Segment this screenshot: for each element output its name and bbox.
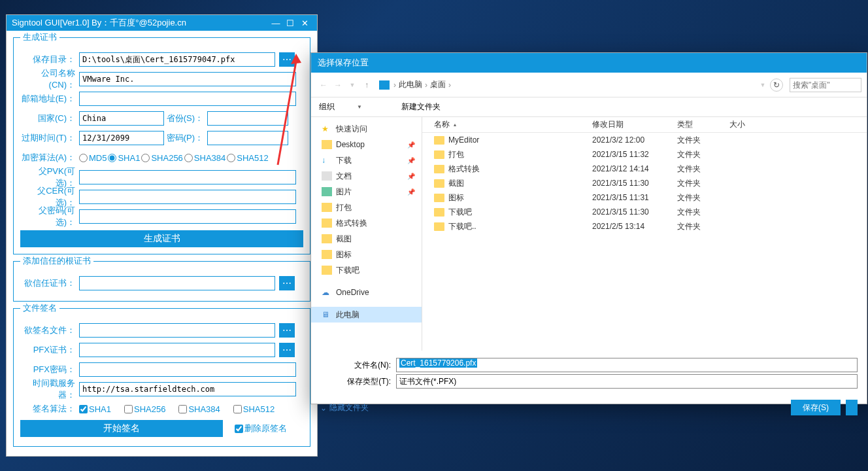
pfx-password-input[interactable]	[79, 362, 296, 377]
pfx-cert-input[interactable]	[79, 343, 275, 357]
country-input[interactable]	[79, 111, 164, 126]
filename-input[interactable]: Cert_1615779206.pfx	[396, 358, 858, 372]
document-icon	[322, 171, 332, 181]
company-label: 公司名称(CN)：	[20, 67, 75, 91]
generate-cert-button[interactable]: 生成证书	[20, 230, 303, 247]
filetype-select[interactable]: 证书文件(*.PFX)	[396, 374, 858, 389]
breadcrumb-desktop[interactable]: 桌面	[430, 79, 446, 90]
nav-item[interactable]: ↓下载📌	[311, 152, 422, 168]
folder-icon	[322, 250, 332, 259]
trust-cert-label: 欲信任证书：	[20, 277, 75, 289]
nav-up-button[interactable]: ↑	[359, 80, 374, 90]
sign-file-browse-button[interactable]: ⋯	[279, 323, 295, 338]
radio-md5[interactable]: MD5	[79, 153, 107, 163]
list-item[interactable]: 打包2021/3/15 11:32文件夹	[422, 147, 867, 162]
new-folder-button[interactable]: 新建文件夹	[401, 101, 441, 113]
radio-sha384[interactable]: SHA384	[184, 153, 225, 163]
nav-item[interactable]: 图标	[311, 247, 422, 262]
hide-folders-link[interactable]: 隐藏文件夹	[320, 402, 369, 413]
chk-delete-original[interactable]: 删除原签名	[235, 423, 287, 434]
save-dir-input[interactable]	[79, 52, 275, 67]
nav-item[interactable]: 格式转换	[311, 215, 422, 231]
file-list: 名称▴ 修改日期 类型 大小 MyEditor2021/3/2 12:00文件夹…	[422, 117, 867, 351]
sign-title: 文件签名	[20, 302, 59, 314]
list-item[interactable]: 格式转换2021/3/12 14:14文件夹	[422, 162, 867, 176]
col-name[interactable]: 名称▴	[422, 119, 592, 130]
save-button[interactable]: 保存(S)	[791, 400, 841, 415]
close-button[interactable]: ✕	[297, 18, 312, 28]
province-input[interactable]	[207, 111, 288, 126]
folder-icon	[434, 150, 444, 159]
cer-input[interactable]	[79, 190, 296, 204]
dropdown-icon[interactable]: ▼	[756, 82, 770, 88]
chk-sha1[interactable]: SHA1	[79, 404, 111, 414]
star-icon: ★	[322, 124, 332, 133]
filename-label: 文件名(N):	[320, 360, 391, 371]
nav-forward-button[interactable]: →	[331, 80, 345, 90]
list-item[interactable]: 下载吧..2021/2/5 13:14文件夹	[422, 219, 867, 234]
radio-sha1[interactable]: SHA1	[108, 153, 140, 163]
pfx-password-label: PFX密码：	[20, 364, 75, 375]
chk-sha256[interactable]: SHA256	[124, 404, 165, 414]
generate-title: 生成证书	[20, 31, 59, 43]
province-label: 省份(S)：	[164, 113, 203, 124]
password-input[interactable]	[207, 131, 288, 145]
radio-sha256[interactable]: SHA256	[141, 153, 182, 163]
nav-item[interactable]: 截图	[311, 231, 422, 247]
search-input[interactable]	[790, 78, 861, 92]
chk-sha384[interactable]: SHA384	[178, 404, 220, 414]
expire-input[interactable]	[79, 131, 164, 145]
nav-item[interactable]: ★快速访问	[311, 121, 422, 137]
nav-item[interactable]: 打包	[311, 200, 422, 215]
nav-back-button[interactable]: ←	[316, 80, 331, 90]
nav-item[interactable]: 图片📌	[311, 184, 422, 200]
nav-item[interactable]: Desktop📌	[311, 137, 422, 152]
cloud-icon: ☁	[322, 288, 332, 297]
list-item[interactable]: 下载吧2021/3/15 11:30文件夹	[422, 205, 867, 219]
nav-item[interactable]: 下载吧	[311, 262, 422, 278]
folder-icon	[434, 165, 444, 173]
nav-this-pc[interactable]: 🖥此电脑	[311, 307, 422, 323]
email-input[interactable]	[79, 92, 296, 106]
list-item[interactable]: MyEditor2021/3/2 12:00文件夹	[422, 133, 867, 147]
chk-sha512[interactable]: SHA512	[233, 404, 275, 414]
company-input[interactable]	[79, 72, 296, 86]
folder-icon	[434, 179, 444, 188]
trust-browse-button[interactable]: ⋯	[279, 276, 295, 290]
radio-sha512[interactable]: SHA512	[227, 153, 268, 163]
col-type[interactable]: 类型	[677, 119, 729, 130]
browse-button[interactable]: ⋯	[279, 52, 295, 67]
minimize-button[interactable]: —	[269, 18, 283, 28]
refresh-button[interactable]: ↻	[770, 78, 783, 92]
nav-item[interactable]: 文档📌	[311, 168, 422, 184]
tsa-input[interactable]	[79, 382, 296, 396]
cancel-button-partial[interactable]	[846, 400, 858, 415]
col-date[interactable]: 修改日期	[592, 119, 677, 130]
pin-icon: 📌	[407, 173, 415, 180]
list-item[interactable]: 截图2021/3/15 11:30文件夹	[422, 176, 867, 190]
start-sign-button[interactable]: 开始签名	[20, 420, 223, 437]
command-bar: 组织▼ 新建文件夹	[311, 97, 867, 117]
nav-onedrive[interactable]: ☁OneDrive	[311, 285, 422, 300]
list-header: 名称▴ 修改日期 类型 大小	[422, 117, 867, 133]
sign-file-input[interactable]	[79, 323, 275, 338]
file-sign-group: 文件签名 欲签名文件： ⋯ PFX证书： ⋯ PFX密码： 时间戳服务器： 签名…	[13, 308, 310, 447]
trust-cert-input[interactable]	[79, 276, 275, 290]
folder-icon	[434, 136, 444, 145]
nav-history-button[interactable]: ▼	[345, 82, 359, 88]
maximize-button[interactable]: ☐	[283, 18, 297, 28]
bottom-panel: 文件名(N): Cert_1615779206.pfx 保存类型(T): 证书文…	[311, 351, 867, 396]
parent-password-input[interactable]	[79, 209, 296, 224]
pvk-input[interactable]	[79, 170, 296, 184]
folder-icon	[434, 194, 444, 202]
pfx-browse-button[interactable]: ⋯	[279, 343, 295, 357]
pc-icon: 🖥	[322, 310, 332, 319]
breadcrumb-pc[interactable]: 此电脑	[399, 79, 422, 90]
col-size[interactable]: 大小	[729, 119, 782, 130]
list-item[interactable]: 图标2021/3/15 11:31文件夹	[422, 190, 867, 205]
sign-file-label: 欲签名文件：	[20, 324, 75, 336]
country-label: 国家(C)：	[20, 113, 75, 124]
pin-icon: 📌	[407, 141, 415, 148]
organize-button[interactable]: 组织▼	[319, 101, 382, 113]
folder-icon	[434, 208, 444, 217]
